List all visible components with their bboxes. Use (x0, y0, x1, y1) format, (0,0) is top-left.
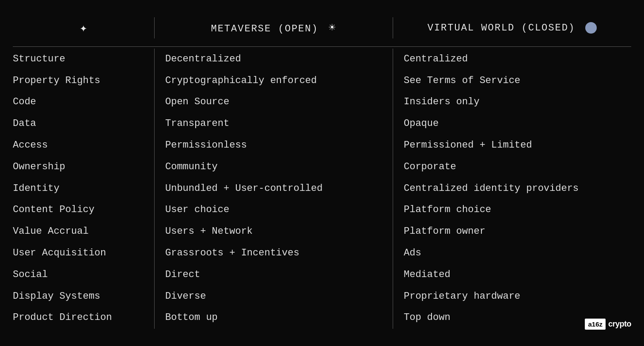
virtual-item: Platform owner (404, 221, 631, 243)
logo-area: a16z crypto (585, 319, 631, 330)
category-item: Code (13, 91, 154, 113)
virtual-world-label: VIRTUAL WORLD (CLOSED) (428, 23, 575, 34)
category-item: Access (13, 135, 154, 156)
category-item: Value Accrual (13, 221, 154, 243)
metaverse-item: User choice (165, 199, 393, 221)
virtual-column: CentralizedSee Terms of ServiceInsiders … (393, 49, 631, 329)
category-item: Identity (13, 178, 154, 200)
logo-suffix: crypto (608, 319, 631, 329)
category-item: Property Rights (13, 70, 154, 92)
virtual-item: Platform choice (404, 199, 631, 221)
category-item: Structure (13, 49, 154, 70)
category-item: Content Policy (13, 199, 154, 221)
metaverse-column: DecentralizedCryptographically enforcedO… (154, 49, 393, 329)
metaverse-item: Decentralized (165, 49, 393, 70)
header-col2-metaverse: METAVERSE (OPEN) ☀ (154, 17, 393, 38)
logo-box: a16z (585, 319, 606, 330)
category-item: Data (13, 113, 154, 135)
metaverse-item: Permissionless (165, 135, 393, 156)
metaverse-item: Diverse (165, 286, 393, 308)
virtual-item: See Terms of Service (404, 70, 631, 92)
virtual-item: Insiders only (404, 91, 631, 113)
metaverse-item: Community (165, 156, 393, 178)
category-item: User Acquisition (13, 243, 154, 264)
metaverse-item: Open Source (165, 91, 393, 113)
category-item: Product Direction (13, 307, 154, 329)
sun-icon: ☀ (329, 22, 337, 35)
virtual-item: Centralized (404, 49, 631, 70)
header-row: ✦ METAVERSE (OPEN) ☀ VIRTUAL WORLD (CLOS… (13, 17, 631, 47)
category-item: Display Systems (13, 286, 154, 308)
virtual-item: Centralized identity providers (404, 178, 631, 200)
metaverse-item: Grassroots + Incentives (165, 243, 393, 264)
metaverse-item: Cryptographically enforced (165, 70, 393, 92)
metaverse-item: Unbundled + User-controlled (165, 178, 393, 200)
virtual-item: Mediated (404, 264, 631, 286)
metaverse-item: Direct (165, 264, 393, 286)
header-col1: ✦ (13, 20, 154, 35)
metaverse-item: Bottom up (165, 307, 393, 329)
sparkle-icon: ✦ (80, 22, 87, 35)
virtual-item: Corporate (404, 156, 631, 178)
metaverse-item: Users + Network (165, 221, 393, 243)
rows-container: StructureProperty RightsCodeDataAccessOw… (13, 49, 631, 329)
category-column: StructureProperty RightsCodeDataAccessOw… (13, 49, 154, 329)
virtual-item: Proprietary hardware (404, 286, 631, 308)
header-col3-virtual: VIRTUAL WORLD (CLOSED) (393, 19, 631, 37)
virtual-item: Ads (404, 243, 631, 264)
circle-icon (585, 22, 597, 34)
metaverse-item: Transparent (165, 113, 393, 135)
category-item: Ownership (13, 156, 154, 178)
main-container: ✦ METAVERSE (OPEN) ☀ VIRTUAL WORLD (CLOS… (8, 8, 636, 338)
virtual-item: Permissioned + Limited (404, 135, 631, 156)
virtual-item: Opaque (404, 113, 631, 135)
category-item: Social (13, 264, 154, 286)
metaverse-label: METAVERSE (OPEN) (211, 23, 318, 34)
